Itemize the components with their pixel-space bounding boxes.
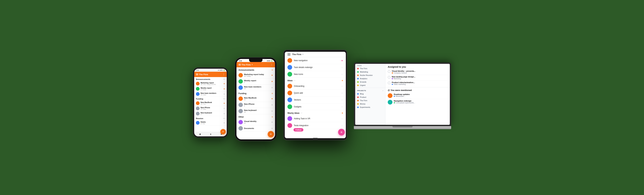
project-name: Video marketing (394, 83, 406, 85)
star-icon[interactable]: ★ (224, 93, 225, 95)
task-stickers[interactable]: Stickers ☆ (285, 96, 346, 103)
task-tesla[interactable]: Tesla integration ☆ (285, 122, 346, 129)
assigned-item-visual-identity[interactable]: Visual Identity – presenta... Company re… (388, 69, 448, 75)
task-visual-identity[interactable]: Visual identity 22 ★ (236, 119, 275, 125)
sidebar-item-the-firm-project[interactable]: The Firm (355, 99, 385, 102)
section-options-icon[interactable]: ⋯ (223, 98, 225, 100)
project-selector[interactable]: The Firm ▼ (292, 53, 304, 56)
assigned-item-product-video[interactable]: Product video/animation... Video marketi… (388, 81, 448, 86)
sidebar-item-errands[interactable]: Errands (355, 80, 385, 84)
star-icon[interactable]: ★ (271, 110, 273, 112)
phone2-device: 4:44 ●●●● 🔋 The Firm ▼ ⋮ Announcements (235, 57, 277, 141)
follow-button[interactable]: Follow (294, 128, 304, 132)
assigned-item-landing-page[interactable]: New landing page design... Marketing (388, 75, 448, 81)
star-icon[interactable]: ☆ (341, 73, 343, 76)
sidebar-item-nozbe-reunion[interactable]: Nozbe Reunion (355, 74, 385, 77)
sidebar-item-blog[interactable]: Blog (355, 92, 385, 95)
task-onboarding[interactable]: Onboarding ☆ (285, 83, 346, 90)
task-new-navigation[interactable]: New navigation ★ (285, 57, 346, 64)
sidebar-item-marketing[interactable]: Marketing (355, 70, 385, 74)
section-options-icon[interactable]: ⋯ (294, 80, 296, 82)
star-icon[interactable]: ★ (224, 88, 225, 90)
star-icon[interactable]: ☆ (341, 92, 343, 94)
task-keyboard[interactable]: New keyboard 0 ★ (194, 111, 227, 116)
hamburger-icon[interactable] (288, 53, 290, 55)
hamburger-icon[interactable] (196, 74, 198, 75)
sidebar-item-urgent[interactable]: Urgent (355, 84, 385, 87)
sidebar-item-analytics[interactable]: Analytics (355, 77, 385, 80)
star-icon[interactable]: ☆ (341, 85, 343, 87)
fab-button[interactable]: + (268, 131, 274, 137)
add-task-icon[interactable]: + (272, 68, 273, 72)
star-icon[interactable]: ★ (224, 122, 225, 124)
task-weekly-report[interactable]: Weekly report 2 ★ (236, 78, 275, 85)
task-weekly-report[interactable]: Weekly report 8 • Today ★ (194, 86, 227, 91)
laptop-screen-area: Tags The Firm Marketing Nozbe Reunion An… (354, 62, 451, 126)
task-meta: 46 • today (244, 75, 270, 77)
section-options-icon[interactable]: ⋯ (300, 112, 302, 114)
radio-button[interactable] (388, 82, 390, 84)
star-icon[interactable]: ☆ (341, 124, 343, 127)
add-task-icon[interactable]: + (342, 112, 343, 115)
star-icon[interactable]: ★ (271, 121, 273, 123)
radio-button[interactable] (388, 70, 390, 73)
section-options-icon[interactable]: ⋯ (223, 78, 225, 80)
star-icon[interactable]: ☆ (341, 66, 343, 69)
task-meta: 27 • Wed (200, 109, 222, 110)
task-task-details[interactable]: Task details redesign ☆ (285, 64, 346, 71)
funding-section: Funding + (236, 91, 275, 96)
chevron-down-icon[interactable]: ▼ (252, 64, 253, 65)
task-macbook[interactable]: New MacBook 32 • Thu ★ (194, 101, 227, 106)
star-icon[interactable]: ★ (341, 59, 343, 62)
star-icon[interactable]: ☆ (341, 117, 343, 120)
radio-button[interactable] (388, 76, 390, 79)
more-options-icon[interactable]: ⋮ (222, 73, 225, 76)
star-icon[interactable]: ★ (271, 74, 273, 76)
task-avatar (196, 112, 200, 115)
section-options-icon[interactable]: ⋯ (223, 117, 225, 120)
home-icon[interactable]: ● (210, 133, 211, 135)
back-icon[interactable]: ◀ (199, 133, 201, 135)
add-task-icon[interactable]: + (272, 115, 273, 118)
hamburger-icon[interactable] (238, 64, 241, 65)
more-options-icon[interactable]: ⋮ (270, 63, 273, 66)
sidebar-item-money[interactable]: Money (355, 102, 385, 106)
star-icon[interactable]: ☆ (341, 99, 343, 101)
task-new-team-members[interactable]: New team members 14 ★ (236, 85, 275, 91)
star-icon[interactable]: ★ (271, 86, 273, 89)
mentioned-item-roadmap[interactable]: Roadmap updates Masterplan... (388, 92, 448, 99)
task-marketing-report-today[interactable]: Marketing report today 46 • today ★ (236, 72, 275, 78)
chevron-right-icon[interactable]: › (382, 89, 383, 92)
add-task-icon[interactable]: + (272, 92, 273, 95)
fab-button[interactable]: + (338, 129, 345, 136)
star-icon[interactable]: ★ (271, 80, 273, 83)
sidebar-item-experiments[interactable]: Experiments (355, 106, 385, 109)
star-icon[interactable]: ★ (224, 107, 225, 110)
task-macbook[interactable]: New MacBook 22 ★ (236, 96, 275, 102)
sidebar-item-product[interactable]: Product (355, 95, 385, 99)
task-new-team-members[interactable]: New team members 19 • Wed ★ (194, 91, 227, 97)
star-icon[interactable]: ☆ (341, 106, 343, 108)
star-icon[interactable]: ★ (271, 97, 273, 100)
task-gadgets[interactable]: Gadgets ☆ (285, 103, 346, 110)
task-hotels[interactable]: Hotels 6 • Thu ★ (194, 120, 227, 126)
star-icon[interactable]: ★ (224, 83, 225, 85)
task-documents[interactable]: Documents ★ (236, 125, 275, 132)
task-iphone[interactable]: New iPhone 27 • Wed ★ (194, 106, 227, 111)
star-icon[interactable]: ★ (271, 104, 273, 106)
task-vr[interactable]: Adding Task in VR ☆ (285, 115, 346, 122)
phone2-header-title: The Firm ▼ (238, 63, 253, 66)
fab-button[interactable]: + (220, 129, 226, 134)
star-icon[interactable]: ★ (224, 113, 225, 115)
star-icon[interactable]: ★ (271, 127, 273, 130)
task-keyboard[interactable]: New keyboard 18 ★ (236, 108, 275, 114)
sidebar-item-the-firm[interactable]: The Firm (355, 67, 385, 70)
task-marketing-report[interactable]: Marketing report 46 • Thu • Today 4:00 P… (194, 81, 227, 86)
task-iphone[interactable]: New iPhone 8 ★ (236, 102, 275, 108)
mentioned-item-navigation[interactable]: Navigation redesign Conceptual experimen… (388, 99, 448, 105)
star-icon[interactable]: ★ (224, 102, 225, 104)
tablet-home-button[interactable] (313, 138, 318, 139)
task-quick-add[interactable]: Quick add ☆ (285, 90, 346, 96)
task-new-icons[interactable]: New icons ☆ (285, 71, 346, 78)
add-task-icon[interactable]: + (342, 79, 343, 82)
